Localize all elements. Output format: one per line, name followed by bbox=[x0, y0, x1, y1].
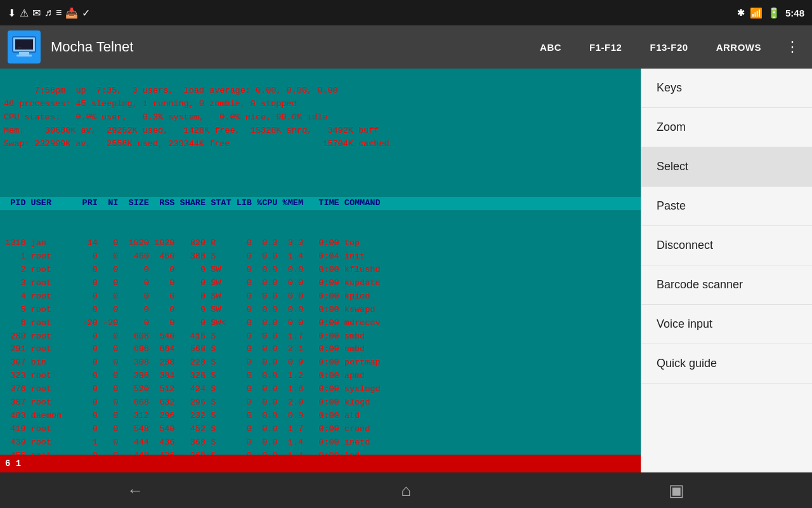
toolbar-btn-arrows[interactable]: ARROWS bbox=[707, 37, 770, 58]
table-row: 439 root 1 0 444 436 368 S 0 0.0 1.4 0:0… bbox=[0, 436, 641, 450]
table-row: 2 root 0 0 0 0 0 SW 0 0.0 0.0 0:00 kflus… bbox=[0, 264, 641, 277]
nav-bar: ← ⌂ ▣ bbox=[0, 472, 812, 508]
table-row: 5 root 0 0 0 0 0 SW 0 0.0 0.0 0:00 kswap… bbox=[0, 304, 641, 317]
table-row: 376 root 0 0 520 512 424 S 0 0.0 1.6 0:0… bbox=[0, 383, 641, 396]
table-header: PID USER PRI NI SIZE RSS SHARE STAT LIB … bbox=[0, 197, 641, 210]
bars-icon: ≡ bbox=[56, 7, 62, 18]
main-area: 7:56pm up 7:35, 3 users, load average: 0… bbox=[0, 69, 812, 472]
terminal-table: PID USER PRI NI SIZE RSS SHARE STAT LIB … bbox=[0, 170, 641, 472]
terminal-header: 7:56pm up 7:35, 3 users, load average: 0… bbox=[0, 69, 641, 166]
table-row: 323 root 0 0 396 384 328 S 0 0.0 1.2 0:0… bbox=[0, 370, 641, 383]
nav-back-button[interactable]: ← bbox=[110, 472, 160, 508]
menu-item-paste[interactable]: Paste bbox=[641, 187, 812, 226]
table-row: 1316 jan 14 0 1020 1020 820 R 0 0.3 3.3 … bbox=[0, 237, 641, 250]
menu-item-keys[interactable]: Keys bbox=[641, 69, 812, 108]
toolbar: _ Mocha Telnet ABC F1-F12 F13-F20 ARROWS… bbox=[0, 25, 812, 69]
toolbar-btn-f1f12[interactable]: F1-F12 bbox=[580, 37, 631, 58]
nav-home-button[interactable]: ⌂ bbox=[381, 472, 431, 508]
status-bar: ⬇ ⚠ ✉ ♬ ≡ 📥 ✓ ✱ 📶 🔋 5:48 bbox=[0, 0, 812, 25]
table-rows: 1316 jan 14 0 1020 1020 820 R 0 0.3 3.3 … bbox=[0, 237, 641, 463]
time-display: 5:48 bbox=[785, 8, 804, 18]
headphone-icon: ♬ bbox=[44, 7, 52, 18]
terminal-line-4: Mem: 30680K av, 29252K used, 1428K free,… bbox=[4, 126, 379, 135]
app-title: Mocha Telnet bbox=[51, 39, 521, 55]
table-row: 403 daemon 0 0 312 296 232 S 0 0.0 0.9 0… bbox=[0, 410, 641, 423]
terminal-status-bar: 6 1 bbox=[0, 455, 641, 472]
toolbar-btn-abc[interactable]: ABC bbox=[531, 37, 570, 58]
wifi-icon: 📶 bbox=[750, 7, 763, 19]
table-row: 387 root 0 0 668 632 296 S 0 0.0 2.0 0:0… bbox=[0, 396, 641, 410]
terminal-line-1: 7:56pm up 7:35, 3 users, load average: 0… bbox=[35, 86, 338, 95]
table-row: 280 root 0 0 608 540 416 S 0 0.0 1.7 0:0… bbox=[0, 330, 641, 344]
svg-rect-3 bbox=[16, 55, 32, 57]
menu-item-quick-guide[interactable]: Quick guide bbox=[641, 344, 812, 384]
warning-icon: ⚠ bbox=[20, 7, 29, 19]
terminal-status-text: 6 1 bbox=[5, 458, 21, 469]
menu-item-barcode-scanner[interactable]: Barcode scanner bbox=[641, 265, 812, 305]
nav-recent-button[interactable]: ▣ bbox=[652, 472, 702, 508]
menu-item-voice-input[interactable]: Voice input bbox=[641, 305, 812, 344]
table-row: 419 root 0 0 548 540 452 S 0 0.0 1.7 0:0… bbox=[0, 423, 641, 436]
status-icons-right: ✱ 📶 🔋 5:48 bbox=[737, 7, 804, 19]
table-row: 6 root -20 -20 0 0 0 SW< 0 0.0 0.0 0:00 … bbox=[0, 317, 641, 330]
terminal-line-3: CPU states: 0.0% user, 0.3% system, 0.0%… bbox=[4, 112, 327, 122]
gmail-icon: ✉ bbox=[32, 7, 41, 19]
table-row: 3 root 0 0 0 0 0 SW 0 0.0 0.0 0:00 kupda… bbox=[0, 277, 641, 290]
terminal[interactable]: 7:56pm up 7:35, 3 users, load average: 0… bbox=[0, 69, 641, 472]
bluetooth-icon: ✱ bbox=[737, 8, 745, 18]
table-row: 1 root 0 0 460 460 388 S 0 0.0 1.4 0:04 … bbox=[0, 250, 641, 264]
table-row: 307 bin 0 0 308 288 228 S 0 0.0 0.9 0:00… bbox=[0, 356, 641, 370]
battery-icon: 🔋 bbox=[768, 7, 780, 19]
table-row: 4 root 0 0 0 0 0 SW 0 0.0 0.0 0:00 kpiod bbox=[0, 290, 641, 304]
terminal-line-5: Swap: 232900K av, 2556K used, 230344K fr… bbox=[4, 139, 390, 149]
menu-item-zoom[interactable]: Zoom bbox=[641, 108, 812, 147]
dropdown-menu: Keys Zoom Select Paste Disconnect Barcod… bbox=[641, 69, 812, 472]
inbox-icon: 📥 bbox=[65, 7, 78, 19]
more-menu-icon[interactable]: ⋮ bbox=[780, 34, 804, 60]
check-icon: ✓ bbox=[82, 7, 90, 19]
toolbar-btn-f13f20[interactable]: F13-F20 bbox=[641, 37, 697, 58]
terminal-line-2: 46 processes: 45 sleeping, 1 running, 0 … bbox=[4, 99, 297, 109]
svg-text:_: _ bbox=[18, 42, 22, 48]
table-row: 291 root 0 0 696 664 568 S 0 0.0 2.1 0:0… bbox=[0, 343, 641, 356]
status-icons-left: ⬇ ⚠ ✉ ♬ ≡ 📥 ✓ bbox=[8, 7, 90, 19]
app-icon: _ bbox=[8, 30, 41, 64]
svg-rect-2 bbox=[19, 52, 29, 55]
menu-item-select[interactable]: Select bbox=[641, 147, 812, 187]
menu-item-disconnect[interactable]: Disconnect bbox=[641, 226, 812, 265]
download-icon: ⬇ bbox=[8, 7, 16, 19]
